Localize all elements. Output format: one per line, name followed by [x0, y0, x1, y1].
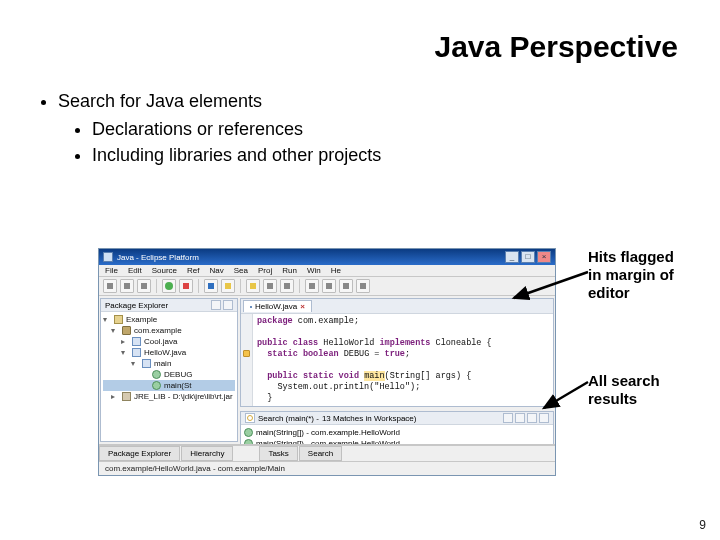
save-button[interactable]	[120, 279, 134, 293]
toolbar-button[interactable]	[356, 279, 370, 293]
tab-hierarchy[interactable]: Hierarchy	[181, 446, 233, 461]
view-min-button[interactable]	[223, 300, 233, 310]
menu-navigate[interactable]: Nav	[210, 266, 224, 275]
ide-screenshot: Java - Eclipse Platform _ □ × File Edit …	[98, 248, 556, 476]
slide-title: Java Perspective	[36, 30, 684, 64]
toolbar-button[interactable]	[322, 279, 336, 293]
close-button[interactable]: ×	[537, 251, 551, 263]
search-hit-inline: main	[364, 371, 384, 381]
eclipse-icon	[103, 252, 113, 262]
status-bar: com.example/HelloWorld.java - com.exampl…	[99, 461, 555, 475]
page-number: 9	[699, 518, 706, 532]
view-menu-button[interactable]	[211, 300, 221, 310]
run-button[interactable]	[162, 279, 176, 293]
menu-search[interactable]: Sea	[234, 266, 248, 275]
bullet-lvl2: Including libraries and other projects	[92, 142, 684, 168]
search-history-button[interactable]	[539, 413, 549, 423]
bullet-lvl2: Declarations or references	[92, 116, 684, 142]
search-result-row[interactable]: main(String[]) - com.example.HelloWorld	[244, 438, 550, 445]
editor-gutter	[241, 314, 253, 406]
java-file-icon	[250, 306, 252, 308]
maximize-button[interactable]: □	[521, 251, 535, 263]
editor-view: HelloW.java × package com.example; publi…	[240, 298, 554, 407]
close-tab-icon[interactable]: ×	[300, 302, 305, 311]
toolbar-button[interactable]	[339, 279, 353, 293]
tree-type[interactable]: ▾main	[103, 358, 235, 369]
ide-menubar: File Edit Source Ref Nav Sea Proj Run Wi…	[99, 265, 555, 277]
toolbar-button[interactable]	[305, 279, 319, 293]
search-nav-up-button[interactable]	[503, 413, 513, 423]
tree-class[interactable]: ▸Cool.java	[103, 336, 235, 347]
tree-project[interactable]: ▾Example	[103, 314, 235, 325]
menu-project[interactable]: Proj	[258, 266, 272, 275]
annotation-results: All search results	[588, 372, 698, 408]
ide-toolbar	[99, 277, 555, 296]
tree-class[interactable]: ▾HelloW.java	[103, 347, 235, 358]
bullet-lvl1: Search for Java elements	[58, 88, 684, 114]
annotation-hits: Hits flagged in margin of editor	[588, 248, 688, 302]
menu-refactor[interactable]: Ref	[187, 266, 199, 275]
new-button[interactable]	[103, 279, 117, 293]
tab-tasks[interactable]: Tasks	[259, 446, 297, 461]
bullet-list: Search for Java elements Declarations or…	[36, 88, 684, 168]
search-nav-down-button[interactable]	[515, 413, 525, 423]
search-button[interactable]	[246, 279, 260, 293]
search-view: Search (main(*) - 13 Matches in Workspac…	[240, 411, 554, 445]
print-button[interactable]	[137, 279, 151, 293]
new-class-button[interactable]	[204, 279, 218, 293]
tree-field[interactable]: DEBUG	[103, 369, 235, 380]
toolbar-button[interactable]	[280, 279, 294, 293]
tab-search[interactable]: Search	[299, 446, 342, 461]
search-count: 13 Matches in Workspace)	[322, 414, 417, 423]
open-type-button[interactable]	[221, 279, 235, 293]
view-title: Package Explorer	[105, 301, 168, 310]
search-icon	[245, 413, 255, 423]
tree-method-selected[interactable]: main(St	[103, 380, 235, 391]
debug-button[interactable]	[179, 279, 193, 293]
editor-tab[interactable]: HelloW.java ×	[243, 300, 312, 312]
search-remove-button[interactable]	[527, 413, 537, 423]
method-icon	[244, 428, 253, 437]
tab-package-explorer[interactable]: Package Explorer	[99, 446, 180, 461]
menu-window[interactable]: Win	[307, 266, 321, 275]
package-explorer-view: Package Explorer ▾Example ▾com.example ▸…	[100, 298, 238, 442]
search-title-text: Search (main(*) -	[258, 414, 319, 423]
menu-help[interactable]: He	[331, 266, 341, 275]
search-result-row[interactable]: main(String[]) - com.example.HelloWorld	[244, 427, 550, 438]
window-title: Java - Eclipse Platform	[117, 253, 199, 262]
editor-code[interactable]: package com.example; public class HelloW…	[253, 314, 553, 406]
search-hit-marker	[243, 350, 250, 357]
tree-package[interactable]: ▾com.example	[103, 325, 235, 336]
menu-source[interactable]: Source	[152, 266, 177, 275]
toolbar-button[interactable]	[263, 279, 277, 293]
minimize-button[interactable]: _	[505, 251, 519, 263]
ide-bottom-tabs: Package Explorer Hierarchy Tasks Search	[99, 445, 555, 461]
menu-run[interactable]: Run	[282, 266, 297, 275]
ide-titlebar: Java - Eclipse Platform _ □ ×	[99, 249, 555, 265]
menu-file[interactable]: File	[105, 266, 118, 275]
tree-jre[interactable]: ▸JRE_LIB - D:\jdk\jre\lib\rt.jar	[103, 391, 235, 402]
menu-edit[interactable]: Edit	[128, 266, 142, 275]
